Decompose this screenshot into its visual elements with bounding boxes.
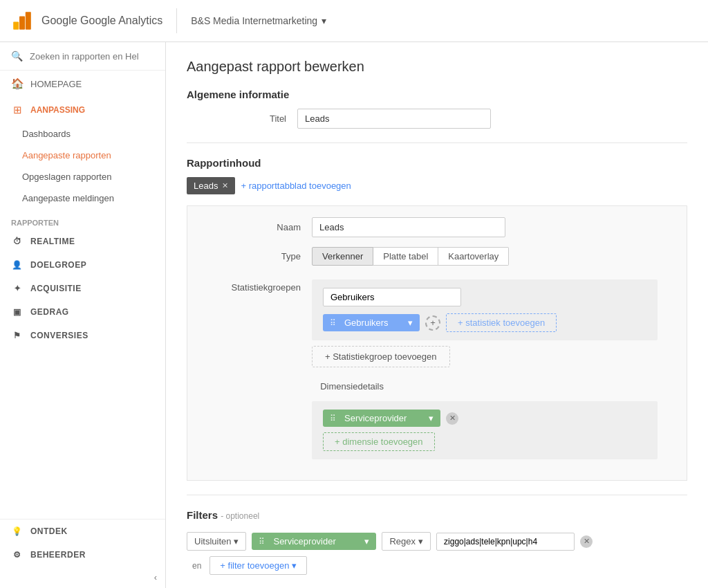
- add-dim-button[interactable]: + dimensie toevoegen: [323, 432, 435, 451]
- conversies-icon: ⚑: [11, 331, 24, 340]
- app-header: Google Google Analytics B&S Media Intern…: [0, 0, 708, 42]
- realtime-icon: ⏱: [11, 237, 24, 246]
- sidebar-submenu-aangepaste-meldingen[interactable]: Aangepaste meldingen: [0, 187, 165, 209]
- tabs-row: Leads ✕ + rapporttabblad toevoegen: [187, 177, 687, 194]
- drag-handle-icon: ⠿: [330, 318, 336, 328]
- sidebar-item-beheerder-label: BEHEERDER: [30, 550, 86, 560]
- sidebar-item-beheerder[interactable]: ⚙ BEHEERDER: [0, 543, 165, 567]
- acquisitie-icon: ✦: [11, 284, 24, 293]
- sidebar-item-conversies-label: CONVERSIES: [30, 331, 88, 340]
- dim-chevron-down-icon[interactable]: ▾: [429, 413, 434, 423]
- sidebar-item-doelgroep[interactable]: 👤 DOELGROEP: [0, 253, 165, 277]
- sidebar-item-ontdek[interactable]: 💡 ONTDEK: [0, 520, 165, 543]
- section-divider-1: [187, 143, 687, 143]
- sidebar-bottom: 💡 ONTDEK ⚙ BEHEERDER ‹: [0, 519, 165, 588]
- type-verkenner-button[interactable]: Verkenner: [312, 247, 373, 266]
- sidebar-submenu-opgeslagen-rapporten[interactable]: Opgeslagen rapporten: [0, 166, 165, 187]
- filter-chevron-down-icon[interactable]: ▾: [364, 536, 369, 546]
- rapporten-section-header: Rapporten: [0, 209, 165, 230]
- titel-label: Titel: [187, 113, 297, 124]
- sidebar-collapse-button[interactable]: ‹: [0, 567, 165, 588]
- sidebar-item-ontdek-label: ONTDEK: [30, 526, 68, 536]
- home-icon: 🏠: [11, 77, 24, 90]
- titel-input[interactable]: [297, 109, 491, 129]
- filter-chevron-icon: ▾: [234, 536, 239, 546]
- type-label: Type: [201, 251, 312, 261]
- filters-row: Uitsluiten ▾ ⠿ Serviceprovider ▾ Regex ▾…: [187, 532, 687, 551]
- bulb-icon: 💡: [11, 526, 24, 536]
- gebruikers-pill[interactable]: ⠿ Gebruikers ▾: [323, 314, 420, 331]
- algemene-info-section: Algemene informatie Titel: [187, 89, 687, 129]
- uitsluiten-label: Uitsluiten: [194, 536, 231, 546]
- sidebar-submenu-aangepaste-rapporten-label: Aangepaste rapporten: [22, 150, 111, 160]
- sidebar-item-realtime[interactable]: ⏱ REALTIME: [0, 230, 165, 253]
- search-input[interactable]: [30, 51, 154, 62]
- filters-title: Filters - optioneel: [187, 509, 687, 521]
- dim-pill-label: Serviceprovider: [342, 413, 423, 423]
- serviceprovider-filter-pill[interactable]: ⠿ Serviceprovider ▾: [252, 533, 376, 550]
- add-statistiek-button[interactable]: + statistiek toevoegen: [446, 313, 557, 332]
- type-platte-tabel-button[interactable]: Platte tabel: [373, 247, 438, 266]
- filter-value-input[interactable]: [436, 533, 575, 551]
- sidebar-item-aanpassing[interactable]: ⊞ AANPASSING: [0, 97, 165, 123]
- add-filter-button[interactable]: + filter toevoegen ▾: [209, 556, 307, 575]
- sidebar-item-acquisitie[interactable]: ✦ ACQUISITIE: [0, 277, 165, 300]
- svg-rect-0: [13, 22, 19, 30]
- sidebar-item-gedrag-label: GEDRAG: [30, 307, 69, 317]
- dimensiedetails-row: Dimensiedetails: [312, 378, 658, 392]
- regex-chevron-icon: ▾: [418, 536, 423, 546]
- stat-group-input[interactable]: [323, 288, 461, 306]
- sidebar-item-realtime-label: REALTIME: [30, 237, 75, 246]
- sidebar-item-homepage-label: HOMEPAGE: [30, 79, 82, 89]
- search-icon: 🔍: [11, 50, 23, 62]
- sidebar-submenu-dashboards[interactable]: Dashboards: [0, 123, 165, 145]
- sidebar-submenu-aangepaste-meldingen-label: Aangepaste meldingen: [22, 193, 114, 203]
- chevron-down-icon[interactable]: ▾: [408, 318, 413, 328]
- filter-drag-icon: ⠿: [259, 537, 265, 546]
- naam-row: Naam: [201, 217, 673, 237]
- sidebar: 🔍 🏠 HOMEPAGE ⊞ AANPASSING Dashboards Aan…: [0, 42, 166, 588]
- dim-pill-row: ⠿ Serviceprovider ▾ ✕: [323, 410, 646, 427]
- active-tab[interactable]: Leads ✕: [187, 177, 235, 194]
- add-stat-button[interactable]: +: [425, 315, 440, 331]
- uitsluiten-button[interactable]: Uitsluiten ▾: [187, 532, 246, 551]
- filters-section: Filters - optioneel Uitsluiten ▾ ⠿ Servi…: [187, 509, 687, 575]
- person-icon: 👤: [11, 260, 24, 270]
- dim-drag-handle-icon: ⠿: [330, 414, 336, 423]
- account-name: B&S Media Internetmarketing: [191, 15, 317, 26]
- main-layout: 🔍 🏠 HOMEPAGE ⊞ AANPASSING Dashboards Aan…: [0, 42, 708, 588]
- add-tab-link[interactable]: + rapporttabblad toevoegen: [241, 181, 351, 191]
- statistiekgroepen-row: Statistiekgroepen ⠿ Gebruikers ▾: [201, 275, 673, 459]
- sidebar-submenu-dashboards-label: Dashboards: [22, 129, 71, 139]
- tab-form: Naam Type Verkenner Platte tabel Kaartov…: [187, 205, 687, 481]
- page-title: Aangepast rapport bewerken: [187, 59, 687, 75]
- algemene-info-title: Algemene informatie: [187, 89, 687, 100]
- naam-input[interactable]: [312, 217, 505, 237]
- sidebar-submenu-aangepaste-rapporten[interactable]: Aangepaste rapporten: [0, 145, 165, 166]
- add-stat-group-button[interactable]: + Statistiekgroep toevoegen: [312, 346, 450, 367]
- gedrag-icon: ▣: [11, 307, 24, 317]
- serviceprovider-pill[interactable]: ⠿ Serviceprovider ▾: [323, 410, 440, 427]
- add-stat-icon: +: [430, 318, 436, 328]
- gear-icon: ⚙: [11, 550, 24, 560]
- type-kaartoverlay-button[interactable]: Kaartoverlay: [438, 247, 509, 266]
- sidebar-item-conversies[interactable]: ⚑ CONVERSIES: [0, 324, 165, 347]
- filter-remove-button[interactable]: ✕: [580, 535, 593, 548]
- account-selector[interactable]: B&S Media Internetmarketing ▾: [191, 15, 326, 26]
- statistiekgroepen-label: Statistiekgroepen: [201, 279, 312, 293]
- statistiekgroepen-content: ⠿ Gebruikers ▾ + + statistiek toevoegen: [312, 279, 658, 459]
- en-label: en: [189, 561, 204, 571]
- sidebar-item-gedrag[interactable]: ▣ GEDRAG: [0, 300, 165, 324]
- sidebar-item-acquisitie-label: ACQUISITIE: [30, 284, 82, 293]
- tab-close-icon[interactable]: ✕: [222, 181, 228, 190]
- app-name: Google Google Analytics: [41, 15, 162, 27]
- type-buttons: Verkenner Platte tabel Kaartoverlay: [312, 247, 509, 266]
- dim-remove-button[interactable]: ✕: [446, 412, 458, 425]
- filter-service-label: Serviceprovider: [270, 536, 359, 546]
- sidebar-item-doelgroep-label: DOELGROEP: [30, 260, 86, 270]
- rapport-inhoud-section: Rapportinhoud Leads ✕ + rapporttabblad t…: [187, 157, 687, 481]
- sidebar-item-homepage[interactable]: 🏠 HOMEPAGE: [0, 71, 165, 97]
- regex-button[interactable]: Regex ▾: [382, 532, 431, 551]
- svg-rect-2: [26, 12, 31, 30]
- section-divider-2: [187, 495, 687, 495]
